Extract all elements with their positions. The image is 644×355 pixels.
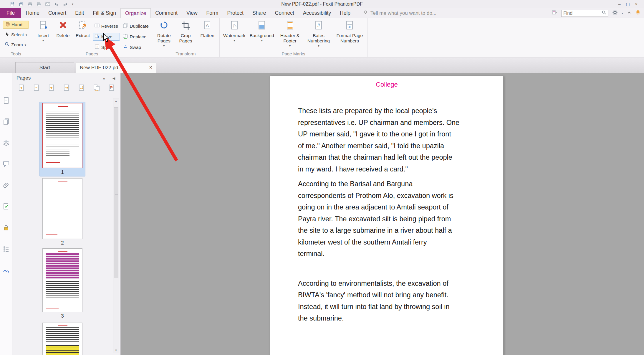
tab-protect[interactable]: Protect xyxy=(223,8,248,18)
lock-panel-icon[interactable] xyxy=(3,224,10,232)
attachments-panel-icon[interactable] xyxy=(3,182,10,190)
bates-numbering-button[interactable]: # Bates Numbering ▾ xyxy=(304,19,333,47)
background-button[interactable]: Background ▾ xyxy=(248,19,276,42)
doc-tab-current[interactable]: New PDF-022.pd... × xyxy=(76,62,156,73)
tab-accessibility[interactable]: Accessibility xyxy=(299,8,335,18)
watermark-button[interactable]: A Watermark ▾ xyxy=(221,19,248,42)
delete-pages-button[interactable]: Delete xyxy=(53,19,73,38)
select-tool-button[interactable]: Select ▾ xyxy=(3,31,29,39)
extract-pages-button[interactable]: Extract xyxy=(73,19,92,38)
document-view-area: College These lists are prepared by the … xyxy=(121,73,644,355)
doc-tab-close-icon[interactable]: × xyxy=(149,65,152,71)
move-pages-button[interactable]: Move xyxy=(93,33,120,41)
tell-me-box[interactable]: Tell me what you want to do... xyxy=(363,8,436,18)
print-icon[interactable] xyxy=(28,2,32,6)
pdf-page[interactable]: College These lists are prepared by the … xyxy=(270,76,504,355)
tab-edit[interactable]: Edit xyxy=(71,8,88,18)
reverse-pages-icon xyxy=(95,23,100,29)
text-line: of me." Another member said, "I told the… xyxy=(298,140,480,152)
page-thumbnail-3[interactable] xyxy=(42,248,82,312)
reverse-pages-button[interactable]: Reverse xyxy=(93,22,120,30)
flatten-letter-glyph: A xyxy=(206,23,209,28)
insert-pages-button[interactable]: Insert ▾ xyxy=(33,19,53,42)
page-thumbnail-4[interactable] xyxy=(42,323,82,355)
insert-page-tool-icon[interactable] xyxy=(48,84,55,93)
text-line: representatives i.e. UP chairman and mem… xyxy=(298,117,480,129)
header-footer-button[interactable]: Header & Footer ▾ xyxy=(276,19,304,47)
fields-panel-icon[interactable] xyxy=(3,245,10,254)
gear-icon[interactable] xyxy=(612,10,617,16)
comments-panel-icon[interactable] xyxy=(3,161,10,169)
insert-pages-icon xyxy=(38,20,48,32)
crop-pages-button[interactable]: Crop Pages xyxy=(175,19,197,44)
text-line: the site to a large submarine in a river… xyxy=(298,225,480,237)
notification-bell-icon[interactable] xyxy=(635,10,640,16)
flatten-label: Flatten xyxy=(200,33,214,38)
zoom-tool-button[interactable]: Zoom ▾ xyxy=(3,41,29,49)
tab-comment[interactable]: Comment xyxy=(151,8,182,18)
tab-file[interactable]: File xyxy=(0,8,21,18)
tab-share[interactable]: Share xyxy=(248,8,271,18)
scroll-up-icon[interactable]: ▲ xyxy=(113,98,119,104)
split-document-button[interactable]: Split xyxy=(93,43,120,51)
gear-caret-icon[interactable]: ▾ xyxy=(622,12,623,15)
pages-panel-toolbar xyxy=(12,82,120,95)
duplicate-pages-button[interactable]: Duplicate xyxy=(121,22,150,30)
zoom-out-thumbnails-icon[interactable] xyxy=(33,84,40,93)
digital-signature-panel-icon[interactable] xyxy=(3,267,10,275)
text-line: going on in the area adjacent to Amtali … xyxy=(298,202,480,213)
format-page-numbers-button[interactable]: # Format Page Numbers xyxy=(333,19,366,44)
doc-tab-start[interactable]: Start xyxy=(15,62,74,73)
undo-icon[interactable] xyxy=(54,2,59,6)
find-input[interactable] xyxy=(563,11,602,16)
swap-pages-button[interactable]: Swap xyxy=(121,43,150,51)
maximize-button[interactable]: ▢ xyxy=(626,2,630,6)
flatten-button[interactable]: A Flatten xyxy=(196,19,218,38)
rotate-pages-button[interactable]: Rotate Pages ▾ xyxy=(153,19,175,47)
tab-help[interactable]: Help xyxy=(335,8,355,18)
save-icon[interactable] xyxy=(10,2,15,6)
page-properties-tool-icon[interactable] xyxy=(108,84,115,93)
tab-view[interactable]: View xyxy=(182,8,202,18)
rotate-pages-caret-icon: ▾ xyxy=(163,44,165,47)
quick-print-icon[interactable] xyxy=(37,2,41,6)
minimize-button[interactable]: – xyxy=(618,2,621,6)
crop-pages-label: Crop Pages xyxy=(175,33,197,44)
page-thumbnail-1[interactable] xyxy=(42,103,82,168)
redo-icon[interactable] xyxy=(63,2,68,6)
replace-pages-button[interactable]: Replace xyxy=(121,33,150,41)
scrollbar-thumb[interactable] xyxy=(114,107,118,278)
search-icon[interactable] xyxy=(602,10,606,16)
thumbnails-scrollbar[interactable]: ▲ ▼ xyxy=(113,98,119,353)
text-line: chairman that the chairman had left out … xyxy=(298,152,480,164)
pages-panel: Pages » ◄ 1 2 xyxy=(12,73,120,355)
panel-collapse-icon[interactable]: » xyxy=(103,76,105,81)
customize-quick-access-caret-icon[interactable]: ▾ xyxy=(72,3,73,6)
page-number-2: 2 xyxy=(42,240,82,246)
reorder-pages-tool-icon[interactable] xyxy=(93,84,100,93)
scroll-down-icon[interactable]: ▼ xyxy=(113,348,119,353)
layers-panel-icon[interactable] xyxy=(3,139,10,148)
zoom-in-thumbnails-icon[interactable] xyxy=(18,84,25,93)
panel-back-icon[interactable]: ◄ xyxy=(112,76,116,81)
extract-page-tool-icon[interactable] xyxy=(63,84,70,93)
close-window-button[interactable]: × xyxy=(635,2,638,6)
page-thumbnail-2[interactable] xyxy=(42,178,82,239)
tab-connect[interactable]: Connect xyxy=(271,8,299,18)
save-all-icon[interactable] xyxy=(19,2,24,6)
email-icon[interactable] xyxy=(45,2,50,6)
search-scope-icon[interactable] xyxy=(552,10,557,16)
tab-convert[interactable]: Convert xyxy=(44,8,71,18)
text-line: correspondents of Prothom Alo, excavatio… xyxy=(298,190,480,202)
tab-home[interactable]: Home xyxy=(21,8,44,18)
hand-tool-button[interactable]: Hand xyxy=(3,21,29,29)
tab-organize[interactable]: Organize xyxy=(120,8,151,18)
quick-access-toolbar: ▾ xyxy=(2,2,73,6)
rotate-page-tool-icon[interactable] xyxy=(78,84,85,93)
tab-form[interactable]: Form xyxy=(202,8,223,18)
bookmarks-panel-icon[interactable] xyxy=(3,97,10,105)
tab-fill-sign[interactable]: Fill & Sign xyxy=(88,8,120,18)
page-thumbnails-panel-icon[interactable] xyxy=(3,118,10,126)
security-check-panel-icon[interactable] xyxy=(3,203,10,211)
collapse-ribbon-icon[interactable] xyxy=(627,10,631,16)
